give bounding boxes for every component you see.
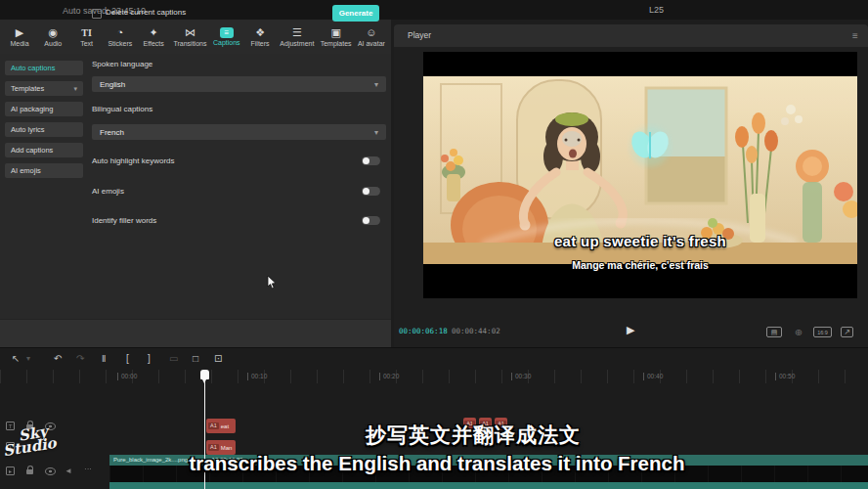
undo-icon[interactable]: ↶ <box>54 352 62 366</box>
toolbar-item-text[interactable]: TI Text <box>73 26 101 47</box>
extract-audio-icon[interactable]: ▭ <box>169 352 178 366</box>
toolbar-item-label: Captions <box>213 39 240 46</box>
ruler-label: 00:20 <box>379 373 399 380</box>
duration-timecode: 00:00:44:02 <box>452 327 500 335</box>
ruler-label: 00:50 <box>775 373 795 380</box>
bilingual-captions-label: Bilingual captions <box>92 105 152 113</box>
toolbar-item-adjustment[interactable]: ☰ Adjustment <box>280 26 314 47</box>
toolbar-item-label: AI avatar <box>358 40 385 47</box>
mask-icon[interactable]: □ <box>193 352 198 366</box>
focus-frame-icon[interactable]: ◎ <box>792 327 805 337</box>
filler-words-label: Identify filler words <box>92 216 156 225</box>
audio-icon: ◉ <box>48 26 58 39</box>
ruler-label: 00:10 <box>247 373 267 380</box>
video-caption-primary: eat up sweetie it's fresh <box>423 233 857 249</box>
video-caption-secondary: Mange ma chérie, c'est frais <box>423 259 857 271</box>
trim-left-icon[interactable]: [ <box>126 352 129 366</box>
sticker-icon: ◔ <box>117 26 124 39</box>
ruler-label: 00:40 <box>643 373 663 380</box>
toolbar-item-captions[interactable]: ≡ Captions <box>213 27 240 46</box>
chevron-down-icon: ▾ <box>374 128 378 137</box>
video-preview: eat up sweetie it's fresh Mange ma chéri… <box>423 52 857 298</box>
ruler-label: 00:30 <box>511 373 531 380</box>
bilingual-captions-value: French <box>100 128 124 137</box>
toggle-knob <box>363 188 369 195</box>
filler-words-toggle[interactable] <box>362 216 380 225</box>
main-toolbar: ▶ Media ◉ Audio TI Text ◔ Stickers ✦ Eff… <box>0 20 391 54</box>
sidebar-item-templates[interactable]: Templates ▾ <box>5 81 83 96</box>
ai-emojis-toggle[interactable] <box>362 187 380 196</box>
delete-captions-label: Delete current captions <box>106 8 186 17</box>
sidebar-item-add-captions[interactable]: Add captions <box>5 143 83 157</box>
overlay-subtitle-english: transcribes the English and translates i… <box>3 452 868 475</box>
sidebar-item-label: AI packaging <box>11 105 53 113</box>
toolbar-item-audio[interactable]: ◉ Audio <box>39 26 66 47</box>
sidebar-item-ai-emojis[interactable]: AI emojis <box>5 163 83 178</box>
ai-avatar-icon: ☺ <box>366 26 376 39</box>
ai-emojis-label: AI emojis <box>92 187 124 196</box>
transitions-icon: ⋈ <box>185 26 195 39</box>
mouse-cursor <box>267 276 277 289</box>
spoken-language-select[interactable]: English ▾ <box>92 76 386 92</box>
current-timecode: 00:00:06:18 <box>399 327 448 335</box>
adjustment-icon: ☰ <box>292 26 302 39</box>
spoken-language-label: Spoken language <box>92 60 152 68</box>
toolbar-item-label: Audio <box>44 40 62 47</box>
play-button[interactable]: ▶ <box>627 324 634 336</box>
text-icon: TI <box>81 26 92 39</box>
toolbar-item-media[interactable]: ▶ Media <box>6 26 33 47</box>
toolbar-item-label: Transitions <box>173 40 206 47</box>
captions-icon: ≡ <box>220 27 234 38</box>
fullscreen-icon[interactable]: ↗ <box>841 327 853 337</box>
chevron-down-icon: ▾ <box>73 85 77 93</box>
toolbar-item-label: Text <box>80 40 93 47</box>
preview-quality-icon[interactable]: ▤ <box>766 327 782 337</box>
toggle-knob <box>363 217 369 224</box>
generate-button[interactable]: Generate <box>332 5 379 22</box>
select-tool-icon[interactable]: ↖ <box>12 352 20 366</box>
templates-icon: ▣ <box>330 26 340 39</box>
toolbar-item-ai-avatar[interactable]: ☺ AI avatar <box>358 26 385 47</box>
toolbar-item-filters[interactable]: ❖ Filters <box>246 26 274 47</box>
audio-clip[interactable] <box>109 482 868 489</box>
toolbar-item-label: Filters <box>251 40 270 47</box>
crop-icon[interactable]: ⊡ <box>214 352 222 366</box>
media-icon: ▶ <box>16 26 23 39</box>
ruler-label: 00:00 <box>117 373 137 380</box>
filters-icon: ❖ <box>255 26 265 39</box>
toolbar-item-templates[interactable]: ▣ Templates <box>321 26 352 47</box>
playhead-tip <box>202 379 206 383</box>
sidebar-item-auto-captions[interactable]: Auto captions <box>5 61 83 75</box>
captions-panel <box>0 54 391 347</box>
toolbar-item-transitions[interactable]: ⋈ Transitions <box>173 26 206 47</box>
auto-highlight-toggle[interactable] <box>362 156 380 165</box>
player-menu-icon[interactable]: ≡ <box>852 30 858 41</box>
sidebar-item-label: Auto captions <box>11 64 55 72</box>
playhead-handle[interactable] <box>200 370 209 379</box>
trim-right-icon[interactable]: ] <box>148 352 151 366</box>
player-title: Player <box>408 30 431 40</box>
toolbar-item-label: Stickers <box>108 40 132 47</box>
player-header <box>394 24 868 47</box>
sidebar-item-label: Templates <box>11 84 44 93</box>
bilingual-captions-select[interactable]: French ▾ <box>92 124 386 140</box>
text-track-icon: T <box>6 422 15 430</box>
toolbar-item-label: Effects <box>144 40 164 47</box>
delete-captions-checkbox[interactable] <box>92 9 102 19</box>
toolbar-item-stickers[interactable]: ◔ Stickers <box>107 26 134 47</box>
spoken-language-value: English <box>100 80 125 89</box>
window-label: L25 <box>649 5 664 15</box>
sidebar-item-label: AI emojis <box>11 166 41 175</box>
toolbar-item-label: Adjustment <box>280 40 314 47</box>
chevron-down-icon: ▾ <box>374 80 378 89</box>
sidebar-item-label: Auto lyrics <box>11 125 45 134</box>
sidebar-item-ai-packaging[interactable]: AI packaging <box>5 102 83 116</box>
app-window: Auto saved: 23:45:10 L25 ▶ Media ◉ Audio… <box>0 0 868 489</box>
sidebar-item-auto-lyrics[interactable]: Auto lyrics <box>5 122 83 137</box>
effects-icon: ✦ <box>150 26 158 39</box>
split-clip-icon[interactable]: Ⅱ <box>102 352 106 366</box>
aspect-ratio-icon[interactable]: 16:9 <box>813 327 832 337</box>
redo-icon[interactable]: ↷ <box>76 352 84 366</box>
select-tool-caret-icon[interactable]: ▾ <box>26 352 30 366</box>
toolbar-item-effects[interactable]: ✦ Effects <box>140 26 167 47</box>
